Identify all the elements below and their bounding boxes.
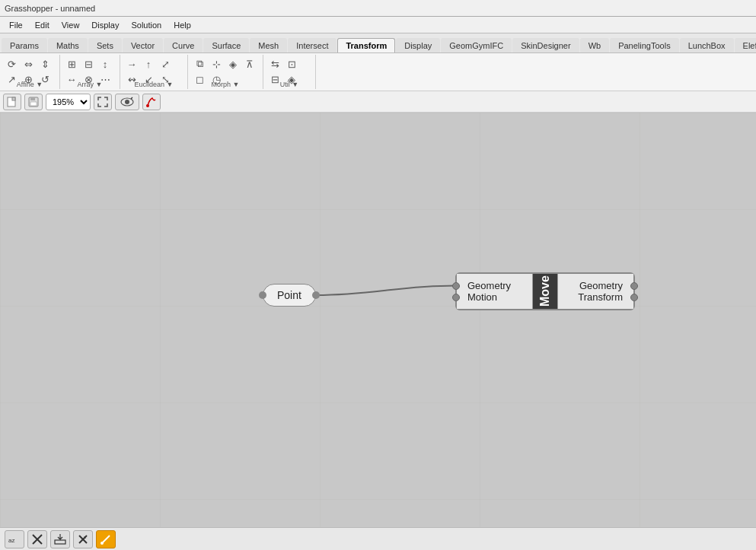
menu-solution[interactable]: Solution <box>125 19 167 31</box>
output-transform-label: Transform <box>578 291 623 303</box>
output-geometry-label: Geometry <box>579 280 623 291</box>
toolbar-group-util: ⇆ ⊡ ⊟ ◈ Util ▼ <box>263 55 316 89</box>
tab-display[interactable]: Display <box>396 38 440 52</box>
tab-geomgym[interactable]: GeomGymIFC <box>441 38 512 52</box>
node-move-label: Move <box>533 274 557 309</box>
tab-transform[interactable]: Transform <box>337 38 395 52</box>
toolbar-group-affine: ⟳ ⇔ ⇕ ↗ ⊕ ↺ Affine ▼ <box>0 55 60 89</box>
svg-text:x: x <box>84 535 86 539</box>
status-x2-btn[interactable]: x <box>73 530 93 548</box>
zoom-select[interactable]: 50% 100% 150% 195% 200% 250% <box>46 94 91 110</box>
input-motion-label: Motion <box>467 291 497 303</box>
tb-affine-2[interactable]: ⇔ <box>20 56 37 72</box>
tab-paneling[interactable]: PanelingTools <box>610 38 679 52</box>
menu-display[interactable]: Display <box>85 19 125 31</box>
tab-sets[interactable]: Sets <box>88 38 122 52</box>
menu-file[interactable]: File <box>3 19 29 31</box>
status-x-btn[interactable] <box>27 530 47 548</box>
tb-morph-1[interactable]: ⧉ <box>191 56 208 72</box>
tab-vector[interactable]: Vector <box>123 38 163 52</box>
fit-view-btn[interactable] <box>94 94 112 110</box>
canvas-toolbar: 50% 100% 150% 195% 200% 250% <box>0 91 756 113</box>
input-geometry-label: Geometry <box>467 280 511 291</box>
svg-point-6 <box>125 100 129 104</box>
node-input-geometry: Geometry <box>467 280 522 291</box>
tb-array-2[interactable]: ⊟ <box>80 56 97 72</box>
menu-help[interactable]: Help <box>167 19 197 31</box>
toolbar-group-array: ⊞ ⊟ ↕ ↔ ⊗ ⋯ Array ▼ <box>60 55 120 89</box>
tab-surface[interactable]: Surface <box>203 38 249 52</box>
visibility-btn[interactable] <box>115 94 139 110</box>
grid-background <box>0 113 756 527</box>
toolbar-euclidean-label: Euclidean ▼ <box>135 81 174 88</box>
tab-elefront[interactable]: Elefront <box>735 38 756 52</box>
toolbar-array-label: Array ▼ <box>78 81 103 88</box>
svg-rect-1 <box>12 97 15 100</box>
tb-eucl-1[interactable]: → <box>123 56 140 72</box>
node-output-geometry: Geometry <box>569 280 623 291</box>
status-az-btn[interactable]: az <box>5 530 24 548</box>
node-move-inputs: Geometry Motion <box>457 274 533 309</box>
tb-morph-3[interactable]: ◈ <box>225 56 241 72</box>
node-point[interactable]: Point <box>263 284 316 307</box>
canvas-area[interactable]: Point Geometry Motion Move <box>0 113 756 527</box>
tb-morph-5[interactable]: ◻ <box>191 72 208 87</box>
toolbar-util-label: Util ▼ <box>280 81 298 88</box>
svg-rect-8 <box>0 113 756 527</box>
output-transform-port[interactable] <box>630 294 638 301</box>
svg-point-18 <box>100 542 104 545</box>
svg-rect-4 <box>30 102 37 106</box>
node-output-transform: Transform <box>569 291 623 303</box>
svg-text:az: az <box>8 537 14 544</box>
output-geometry-port[interactable] <box>630 282 638 290</box>
toolbar-group-morph: ⧉ ⊹ ◈ ⊼ ◻ ◷ Morph ▼ <box>188 55 263 89</box>
tb-affine-3[interactable]: ⇕ <box>37 56 53 72</box>
svg-rect-12 <box>55 540 65 544</box>
connector-wire <box>0 113 756 527</box>
status-upload-btn[interactable] <box>50 530 70 548</box>
tb-util-1[interactable]: ⇆ <box>266 56 283 72</box>
canvas-save-btn[interactable] <box>24 94 43 110</box>
tb-array-3[interactable]: ↕ <box>97 56 113 72</box>
tab-params[interactable]: Params <box>2 38 47 52</box>
tb-morph-2[interactable]: ⊹ <box>208 56 225 72</box>
canvas-new-btn[interactable] <box>3 94 21 110</box>
node-move-outputs: Geometry Transform <box>557 274 633 309</box>
tb-eucl-2[interactable]: ↑ <box>140 56 157 72</box>
toolbar-affine-label: Affine ▼ <box>17 81 43 88</box>
toolbar-group-euclidean: → ↑ ⤢ ↭ ↙ ⤡ Euclidean ▼ <box>120 55 188 89</box>
tb-array-1[interactable]: ⊞ <box>63 56 80 72</box>
app-title: Grasshopper - unnamed <box>5 4 95 13</box>
menu-view[interactable]: View <box>56 19 86 31</box>
tb-util-2[interactable]: ⊡ <box>283 56 300 72</box>
menu-bar: File Edit View Display Solution Help <box>0 17 756 33</box>
point-port-right[interactable] <box>312 291 320 299</box>
tab-wb[interactable]: Wb <box>580 38 610 52</box>
input-motion-port[interactable] <box>452 294 460 301</box>
toolbar: ⟳ ⇔ ⇕ ↗ ⊕ ↺ Affine ▼ ⊞ ⊟ ↕ ↔ ⊗ ⋯ Array ▼ <box>0 53 756 91</box>
menu-edit[interactable]: Edit <box>29 19 56 31</box>
tab-skindesigner[interactable]: SkinDesigner <box>512 38 579 52</box>
title-bar: Grasshopper - unnamed <box>0 0 756 17</box>
tab-maths[interactable]: Maths <box>48 38 88 52</box>
tab-curve[interactable]: Curve <box>164 38 203 52</box>
node-point-label: Point <box>277 289 301 301</box>
tb-morph-4[interactable]: ⊼ <box>241 56 258 72</box>
tab-lunchbox[interactable]: LunchBox <box>680 38 734 52</box>
tb-affine-1[interactable]: ⟳ <box>3 56 20 72</box>
status-brush-btn[interactable] <box>96 530 116 548</box>
point-port-left[interactable] <box>259 291 266 299</box>
tab-mesh[interactable]: Mesh <box>250 38 287 52</box>
node-input-motion: Motion <box>467 291 522 303</box>
svg-rect-3 <box>30 97 35 100</box>
svg-point-7 <box>146 104 149 107</box>
tab-intersect[interactable]: Intersect <box>288 38 337 52</box>
status-bar: az x <box>0 527 756 550</box>
sketch-btn[interactable] <box>142 94 161 110</box>
tab-bar: Params Maths Sets Vector Curve Surface M… <box>0 33 756 53</box>
input-geometry-port[interactable] <box>452 282 460 290</box>
node-move[interactable]: Geometry Motion Move Geometry Transform <box>455 272 635 310</box>
toolbar-morph-label: Morph ▼ <box>212 81 240 88</box>
tb-eucl-3[interactable]: ⤢ <box>157 56 174 72</box>
